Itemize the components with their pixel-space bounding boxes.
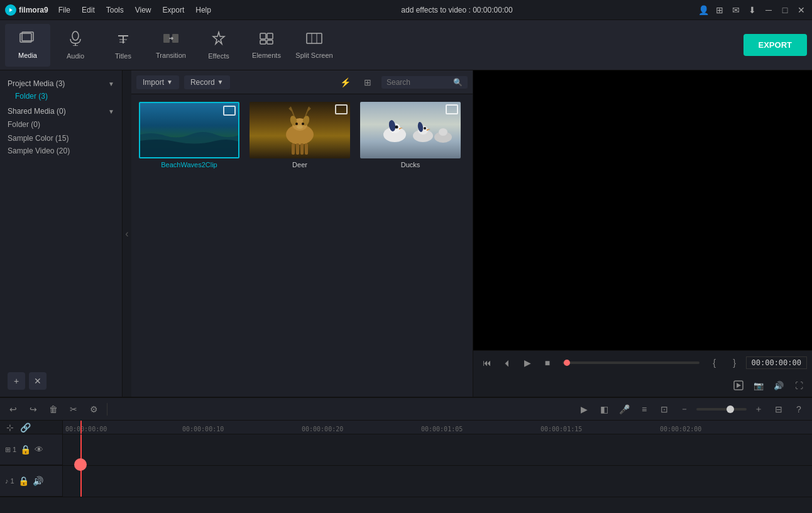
toolbar-titles[interactable]: Titles (101, 24, 146, 67)
video-visibility-icon[interactable]: 👁 (35, 444, 43, 455)
zoom-slider-track[interactable] (696, 408, 747, 411)
app-name: filmora9 (19, 6, 48, 14)
svg-rect-14 (260, 33, 266, 39)
sample-video[interactable]: Sample Video (20) (0, 145, 122, 157)
split-view-button[interactable]: ⊟ (771, 401, 787, 417)
mark-in-button[interactable]: ◧ (596, 401, 612, 417)
record-arrow-icon: ▼ (217, 79, 224, 86)
project-media-header[interactable]: Project Media (3) ▼ (0, 77, 122, 91)
snapshot-button[interactable]: 📷 (750, 377, 767, 394)
svg-marker-46 (737, 383, 741, 388)
toolbar-effects-label: Effects (208, 52, 229, 60)
volume-button[interactable]: 🔊 (771, 377, 787, 394)
render-button[interactable] (730, 377, 747, 394)
toolbar-media[interactable]: Media (5, 24, 50, 67)
import-button[interactable]: Import ▼ (136, 75, 179, 89)
cut-button[interactable]: ✂ (65, 401, 82, 417)
download-icon[interactable]: ⬇ (747, 4, 758, 16)
insert-button[interactable]: ⊡ (656, 401, 672, 417)
remove-media-button[interactable]: ✕ (29, 372, 47, 390)
title-bar: filmora9 File Edit Tools View Export Hel… (0, 0, 812, 20)
clip-icon-overlay-ducks (446, 104, 458, 114)
menu-export[interactable]: Export (158, 3, 190, 17)
toolbar-elements[interactable]: Elements (244, 24, 289, 67)
video-track-content[interactable] (63, 434, 812, 465)
svg-point-44 (439, 128, 447, 136)
delete-button[interactable]: 🗑 (45, 401, 62, 417)
video-lock-icon[interactable]: 🔒 (20, 444, 31, 455)
menu-edit[interactable]: Edit (77, 3, 100, 17)
svg-rect-18 (307, 33, 322, 43)
zoom-slider-thumb (727, 405, 734, 413)
timeline-body: ⊹ 🔗 00:00:00:00 00:00:00:10 00:00:00:20 … (0, 421, 812, 513)
media-item-deer[interactable]: Deer (250, 102, 350, 168)
title-bar-left: filmora9 File Edit Tools View Export Hel… (5, 3, 216, 17)
skip-back-button[interactable]: ⏮ (478, 354, 496, 372)
clip-icon-overlay (223, 106, 236, 116)
shared-folder[interactable]: Folder (0) (0, 118, 122, 131)
playhead-knob[interactable] (74, 458, 87, 471)
snap-button[interactable]: ⊹ (4, 421, 16, 434)
link-button[interactable]: 🔗 (19, 421, 31, 434)
media-thumb-ducks (360, 102, 461, 158)
redo-button[interactable]: ↪ (25, 401, 41, 417)
audio-lock-icon[interactable]: 🔒 (18, 476, 29, 486)
effects-icon (211, 31, 226, 50)
fullscreen-button[interactable]: ⛶ (791, 377, 807, 394)
toolbar-effects[interactable]: Effects (196, 24, 241, 67)
media-item-ducks[interactable]: Ducks (360, 102, 461, 168)
search-input[interactable] (387, 78, 449, 87)
menu-view[interactable]: View (130, 3, 156, 17)
play-timeline-button[interactable]: ▶ (576, 401, 592, 417)
toolbar-split-screen-label: Split Screen (295, 52, 332, 59)
svg-point-32 (302, 123, 304, 125)
media-item-beachwaves[interactable]: BeachWaves2Clip (139, 102, 239, 168)
export-button[interactable]: EXPORT (743, 34, 807, 56)
menu-tools[interactable]: Tools (101, 3, 129, 17)
svg-point-42 (424, 127, 426, 130)
zoom-in-button[interactable]: ＋ (750, 401, 767, 417)
svg-rect-16 (260, 40, 266, 44)
project-folder[interactable]: Folder (3) (0, 91, 122, 102)
filter-icon[interactable]: ⚡ (336, 74, 354, 91)
settings-timeline-button[interactable]: ≡ (636, 401, 652, 417)
audio-track-number: ♪ 1 (5, 477, 14, 485)
sidebar-collapse-handle[interactable]: ‹ (123, 70, 131, 397)
preview-progress-bar[interactable] (562, 361, 700, 364)
mail-icon[interactable]: ✉ (730, 4, 742, 16)
transition-icon (163, 31, 179, 49)
user-icon[interactable]: 👤 (698, 4, 709, 16)
grid-view-icon[interactable]: ⊞ (359, 74, 376, 91)
play-button[interactable]: ▶ (518, 354, 536, 372)
help-button[interactable]: ? (791, 401, 807, 417)
add-media-button[interactable]: + (8, 372, 25, 390)
close-button[interactable]: ✕ (796, 4, 807, 16)
layout-icon[interactable]: ⊞ (714, 4, 725, 16)
adjust-button[interactable]: ⚙ (85, 401, 102, 417)
sample-color[interactable]: Sample Color (15) (0, 132, 122, 145)
sidebar-actions: + ✕ (0, 367, 123, 395)
toolbar-split-screen[interactable]: Split Screen (292, 24, 337, 67)
zoom-out-button[interactable]: － (676, 401, 693, 417)
minimize-button[interactable]: ─ (763, 4, 774, 16)
audio-track-content[interactable] (63, 466, 812, 497)
stop-button[interactable]: ■ (539, 354, 556, 372)
menu-file[interactable]: File (53, 3, 75, 17)
bracket-left-icon[interactable]: { (706, 354, 723, 372)
bracket-right-icon[interactable]: } (726, 354, 743, 372)
svg-point-33 (297, 125, 303, 129)
svg-point-31 (295, 123, 298, 125)
menu-help[interactable]: Help (190, 3, 216, 17)
undo-button[interactable]: ↩ (5, 401, 21, 417)
toolbar-transition-label: Transition (156, 52, 186, 59)
toolbar-audio[interactable]: Audio (53, 24, 98, 67)
shared-media-header[interactable]: Shared Media (0) ▼ (0, 104, 122, 118)
timeline-separator (107, 403, 107, 416)
mic-button[interactable]: 🎤 (616, 401, 632, 417)
audio-volume-icon[interactable]: 🔊 (33, 476, 43, 486)
toolbar-transition[interactable]: Transition (148, 24, 194, 67)
frame-back-button[interactable]: ⏴ (498, 354, 516, 372)
record-button[interactable]: Record ▼ (184, 75, 230, 89)
split-screen-icon (306, 31, 322, 49)
maximize-button[interactable]: □ (779, 4, 791, 16)
